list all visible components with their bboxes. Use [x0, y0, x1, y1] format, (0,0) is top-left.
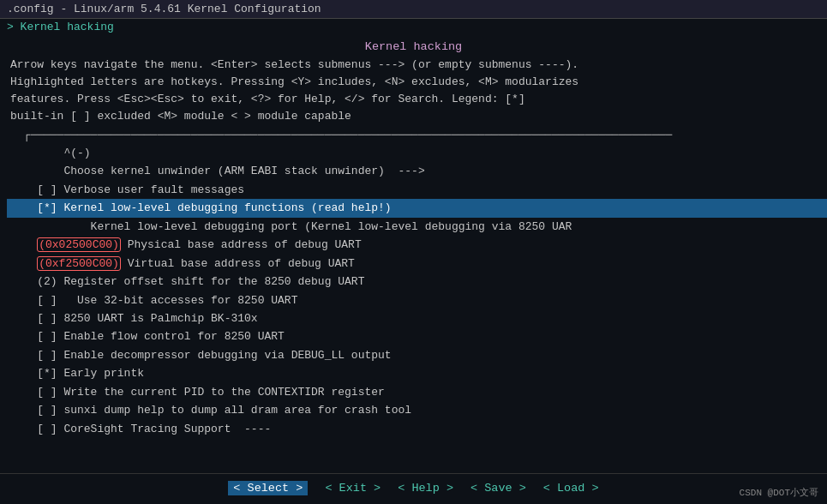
menu-item-use-32bit[interactable]: [ ] Use 32-bit accesses for 8250 UART: [7, 291, 827, 309]
virt-addr-value: (0xf2500C00): [37, 256, 121, 271]
save-button[interactable]: < Save >: [470, 482, 526, 495]
menu-item-verbose-fault[interactable]: [ ] Verbose user fault messages: [7, 181, 827, 199]
menu-item-kernel-debug[interactable]: [*] Kernel low-level debugging functions…: [7, 199, 827, 217]
menu-item-early-printk[interactable]: [*] Early printk: [7, 364, 827, 382]
menu-item-flow-ctrl[interactable]: [ ] Enable flow control for 8250 UART: [7, 327, 827, 345]
bottom-bar: < Select > < Exit > < Help > < Save > < …: [0, 473, 827, 504]
help-button[interactable]: < Help >: [398, 482, 453, 495]
exit-button[interactable]: < Exit >: [325, 482, 381, 495]
title-bar: .config - Linux/arm 5.4.61 Kernel Config…: [0, 0, 827, 19]
title-text: .config - Linux/arm 5.4.61 Kernel Config…: [7, 3, 321, 15]
info-line-3: features. Press <Esc><Esc> to exit, <?> …: [10, 91, 817, 108]
breadcrumb-bar: > Kernel hacking: [0, 19, 827, 35]
info-line-1: Arrow keys navigate the menu. <Enter> se…: [10, 57, 817, 74]
menu-item-arrow: ^(-): [7, 144, 827, 162]
menu-item-debug-port: Kernel low-level debugging port (Kernel …: [7, 218, 827, 236]
kernel-hacking-title: Kernel hacking: [0, 35, 827, 57]
menu-item-sunxi-dump[interactable]: [ ] sunxi dump help to dump all dram are…: [7, 401, 827, 419]
phys-addr-value: (0x02500C00): [37, 237, 121, 252]
menu-item-write-pid[interactable]: [ ] Write the current PID to the CONTEXT…: [7, 383, 827, 401]
watermark: CSDN @DOT小文哥: [740, 486, 818, 499]
menu-item-reg-offset[interactable]: (2) Register offset shift for the 8250 d…: [7, 273, 827, 291]
menu-item-palmchip[interactable]: [ ] 8250 UART is Palmchip BK-310x: [7, 309, 827, 327]
menu-item-choose-unwinder[interactable]: Choose kernel unwinder (ARM EABI stack u…: [7, 162, 827, 180]
menu-item-coresight[interactable]: [ ] CoreSight Tracing Support ----: [7, 420, 827, 438]
main-content: Kernel hacking Arrow keys navigate the m…: [0, 35, 827, 504]
load-button[interactable]: < Load >: [543, 482, 599, 495]
info-line-2: Highlighted letters are hotkeys. Pressin…: [10, 74, 817, 91]
menu-item-decompressor[interactable]: [ ] Enable decompressor debugging via DE…: [7, 346, 827, 364]
breadcrumb: > Kernel hacking: [7, 21, 114, 33]
menu-item-virt-addr[interactable]: (0xf2500C00) Virtual base address of deb…: [7, 255, 827, 273]
menu-item-phys-addr[interactable]: (0x02500C00) Physical base address of de…: [7, 236, 827, 254]
info-text: Arrow keys navigate the menu. <Enter> se…: [0, 57, 827, 126]
menu-border-top: ┌───────────────────────────────────────…: [7, 126, 827, 144]
select-button[interactable]: < Select >: [228, 481, 308, 495]
menu-list: ┌───────────────────────────────────────…: [0, 126, 827, 473]
info-line-4: built-in [ ] excluded <M> module < > mod…: [10, 108, 817, 125]
